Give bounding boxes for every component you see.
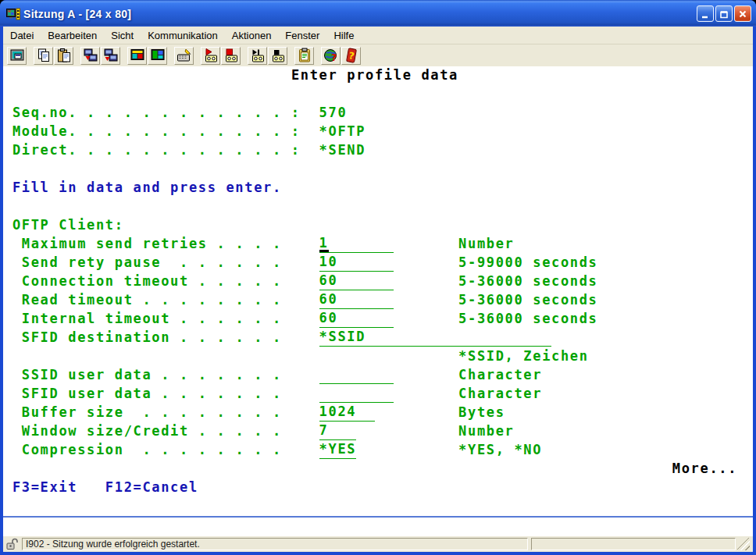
color-setup-button[interactable]	[148, 47, 167, 65]
label-window-size-credit: Window size/Credit . . . . .	[22, 422, 282, 441]
label-read-timeout: Read timeout . . . . . . . .	[22, 291, 282, 310]
hint-sfid-destination: *SSID, Zeichen	[458, 347, 589, 366]
input-internal-timeout[interactable]: 60	[319, 310, 394, 328]
hint-buffer-size: Bytes	[458, 404, 505, 422]
play-macro-icon	[203, 48, 219, 63]
oia-separator	[3, 516, 753, 518]
menu-bar: DateiBearbeitenSichtKommunikationAktione…	[3, 27, 753, 44]
hint-ssid-user-data: Character	[458, 366, 542, 385]
input-connection-timeout[interactable]: 60	[319, 272, 394, 290]
input-maximum-send-retries[interactable]: 1	[319, 235, 394, 253]
web-help-button[interactable]	[321, 47, 341, 65]
more-indicator: More...	[672, 460, 737, 479]
terminal-grid: Enter profile dataSeq.no. . . . . . . . …	[3, 66, 747, 516]
screen-title: Enter profile data	[291, 66, 458, 85]
status-message: I902 - Sitzung wurde erfolgreich gestart…	[26, 539, 200, 550]
menu-item-fenster[interactable]: Fenster	[278, 28, 326, 43]
maximize-button[interactable]	[715, 5, 733, 22]
label-compression: Compression . . . . . . . .	[22, 441, 282, 460]
send-file-button[interactable]	[80, 47, 100, 65]
receive-file-icon	[103, 48, 119, 63]
emulator-window: Sitzung A - [24 x 80] DateiBearbeitenSic…	[0, 0, 756, 555]
session-window-button[interactable]	[7, 47, 27, 65]
section-oftp-client: OFTP Client:	[12, 216, 124, 235]
stop-macro-icon	[223, 48, 239, 63]
menu-item-bearbeiten[interactable]: Bearbeiten	[41, 28, 104, 43]
quit-record-icon	[270, 48, 286, 63]
label-maximum-send-retries: Maximum send retries . . . .	[22, 235, 282, 254]
clipboard-icon	[297, 48, 312, 63]
input-sfid-destination[interactable]: *SSID	[319, 329, 551, 347]
app-window: { "window": { "title": "Sitzung A - [24 …	[0, 0, 756, 555]
minimize-button[interactable]	[697, 5, 714, 22]
keyboard-setup-icon	[177, 48, 192, 63]
toolbar	[3, 44, 753, 66]
label-internal-timeout: Internal timeout . . . . . .	[22, 310, 282, 329]
label-module: Module. . . . . . . . . . . . :	[12, 123, 301, 141]
input-buffer-size[interactable]: 1024	[319, 404, 375, 422]
session-window-icon	[9, 48, 25, 63]
text-cursor	[319, 250, 329, 252]
display-setup-icon	[130, 48, 145, 63]
copy-icon	[36, 48, 52, 63]
record-macro-button[interactable]	[248, 47, 267, 65]
window-title: Sitzung A - [24 x 80]	[23, 8, 697, 20]
label-sfid-destination: SFID destination . . . . . .	[22, 329, 282, 347]
label-ssid-user-data: SSID user data . . . . . . .	[22, 366, 282, 385]
hint-connection-timeout: 5-36000 seconds	[458, 272, 597, 291]
send-file-icon	[83, 48, 98, 63]
status-message-panel: I902 - Sitzung wurde erfolgreich gestart…	[22, 538, 528, 550]
status-secondary-panel	[531, 538, 736, 550]
hint-compression: *YES, *NO	[458, 441, 542, 460]
hint-sfid-user-data: Character	[458, 385, 542, 404]
label-connection-timeout: Connection timeout . . . . .	[22, 272, 282, 291]
resize-grip[interactable]	[737, 538, 750, 550]
hint-read-timeout: 5-36000 seconds	[458, 291, 597, 310]
clipboard-button[interactable]	[294, 47, 314, 65]
menu-item-datei[interactable]: Datei	[3, 28, 41, 43]
session-title-icon	[6, 8, 20, 21]
hint-window-size-credit: Number	[458, 422, 514, 441]
keyboard-setup-button[interactable]	[174, 47, 194, 65]
label-sfid-user-data: SFID user data . . . . . . .	[22, 385, 282, 404]
function-key-legend: F3=Exit F12=Cancel	[12, 479, 198, 497]
web-help-icon	[323, 48, 339, 63]
input-read-timeout[interactable]: 60	[319, 291, 394, 309]
status-bar: I902 - Sitzung wurde erfolgreich gestart…	[3, 535, 753, 552]
hint-maximum-send-retries: Number	[458, 235, 514, 254]
label-buffer-size: Buffer size . . . . . . . .	[22, 404, 282, 422]
quit-record-button[interactable]	[268, 47, 287, 65]
hint-internal-timeout: 5-36000 seconds	[458, 310, 597, 329]
paste-icon	[56, 48, 72, 63]
close-button[interactable]	[734, 5, 751, 22]
input-compression[interactable]: *YES	[319, 441, 357, 459]
color-setup-icon	[150, 48, 166, 63]
instruction-text: Fill in data and press enter.	[12, 179, 282, 197]
title-bar[interactable]: Sitzung A - [24 x 80]	[0, 0, 756, 27]
value-seq-no: 570	[319, 104, 348, 123]
input-window-size-credit[interactable]: 7	[319, 422, 357, 440]
help-button[interactable]	[341, 47, 361, 65]
receive-file-button[interactable]	[101, 47, 120, 65]
unlocked-padlock-icon	[5, 538, 20, 550]
record-macro-icon	[250, 48, 266, 63]
terminal-screen[interactable]: Enter profile dataSeq.no. . . . . . . . …	[3, 66, 753, 536]
hint-send-retry-pause: 5-99000 seconds	[458, 254, 597, 272]
display-setup-button[interactable]	[127, 47, 147, 65]
input-sfid-user-data[interactable]	[319, 385, 394, 403]
input-send-retry-pause[interactable]: 10	[319, 254, 394, 272]
menu-item-sicht[interactable]: Sicht	[104, 28, 141, 43]
close-icon	[740, 11, 746, 16]
value-module: *OFTP	[319, 123, 366, 141]
value-direction: *SEND	[319, 141, 366, 160]
label-direction: Direct. . . . . . . . . . . . :	[12, 141, 301, 160]
menu-item-hilfe[interactable]: Hilfe	[326, 28, 361, 43]
menu-item-aktionen[interactable]: Aktionen	[225, 28, 279, 43]
stop-macro-button[interactable]	[221, 47, 241, 65]
help-icon	[344, 48, 359, 63]
input-ssid-user-data[interactable]	[319, 366, 394, 384]
menu-item-kommunikation[interactable]: Kommunikation	[141, 28, 225, 43]
play-macro-button[interactable]	[201, 47, 220, 65]
copy-button[interactable]	[34, 47, 53, 65]
paste-button[interactable]	[54, 47, 73, 65]
